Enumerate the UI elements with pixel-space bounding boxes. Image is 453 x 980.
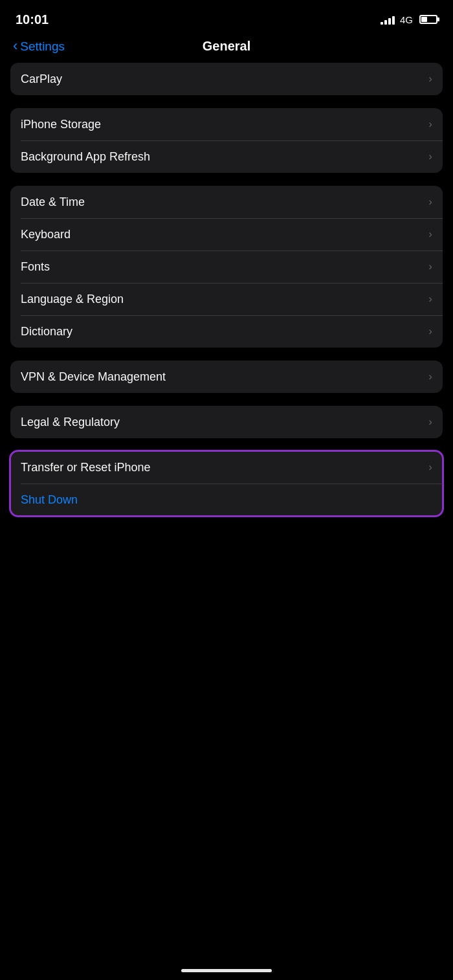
carplay-label: CarPlay <box>21 72 62 86</box>
signal-bars-icon <box>381 14 395 25</box>
vpn-group: VPN & Device Management › <box>10 361 443 393</box>
background-app-refresh-chevron-icon: › <box>428 150 432 163</box>
background-app-refresh-label: Background App Refresh <box>21 150 150 164</box>
vpn-label: VPN & Device Management <box>21 370 166 384</box>
keyboard-label: Keyboard <box>21 228 71 241</box>
status-time: 10:01 <box>16 12 49 27</box>
fonts-label: Fonts <box>21 260 50 274</box>
background-app-refresh-row[interactable]: Background App Refresh › <box>10 140 443 173</box>
status-bar: 10:01 4G <box>0 0 453 35</box>
legal-chevron-icon: › <box>428 416 432 429</box>
language-region-row[interactable]: Language & Region › <box>10 283 443 315</box>
iphone-storage-chevron-icon: › <box>428 118 432 131</box>
reset-group: Transfer or Reset iPhone › Shut Down <box>10 451 443 516</box>
keyboard-chevron-icon: › <box>428 228 432 241</box>
dictionary-chevron-icon: › <box>428 325 432 338</box>
battery-icon <box>419 15 437 24</box>
page-title: General <box>203 39 250 54</box>
network-type: 4G <box>400 14 413 25</box>
transfer-reset-chevron-icon: › <box>428 461 432 474</box>
carplay-chevron-icon: › <box>428 72 432 85</box>
settings-content: CarPlay › iPhone Storage › Background Ap… <box>0 63 453 516</box>
carplay-group: CarPlay › <box>10 63 443 95</box>
vpn-row[interactable]: VPN & Device Management › <box>10 361 443 393</box>
vpn-chevron-icon: › <box>428 370 432 383</box>
nav-bar: ‹ Settings General <box>0 35 453 63</box>
home-indicator <box>181 969 272 972</box>
legal-group: Legal & Regulatory › <box>10 406 443 438</box>
status-icons: 4G <box>381 14 437 25</box>
date-time-label: Date & Time <box>21 195 85 209</box>
back-button[interactable]: ‹ Settings <box>13 39 65 54</box>
back-label: Settings <box>20 39 65 54</box>
iphone-storage-label: iPhone Storage <box>21 118 101 131</box>
storage-group: iPhone Storage › Background App Refresh … <box>10 108 443 173</box>
language-region-label: Language & Region <box>21 293 124 306</box>
language-region-chevron-icon: › <box>428 293 432 306</box>
datetime-group: Date & Time › Keyboard › Fonts › Languag… <box>10 186 443 348</box>
fonts-chevron-icon: › <box>428 260 432 273</box>
carplay-row[interactable]: CarPlay › <box>10 63 443 95</box>
date-time-row[interactable]: Date & Time › <box>10 186 443 218</box>
iphone-storage-row[interactable]: iPhone Storage › <box>10 108 443 140</box>
legal-row[interactable]: Legal & Regulatory › <box>10 406 443 438</box>
transfer-reset-row[interactable]: Transfer or Reset iPhone › <box>10 451 443 484</box>
fonts-row[interactable]: Fonts › <box>10 251 443 283</box>
dictionary-row[interactable]: Dictionary › <box>10 315 443 348</box>
date-time-chevron-icon: › <box>428 195 432 208</box>
dictionary-label: Dictionary <box>21 325 72 339</box>
keyboard-row[interactable]: Keyboard › <box>10 218 443 251</box>
transfer-reset-label: Transfer or Reset iPhone <box>21 461 150 474</box>
shut-down-row[interactable]: Shut Down <box>10 484 443 516</box>
shut-down-label: Shut Down <box>21 493 78 507</box>
legal-label: Legal & Regulatory <box>21 416 120 429</box>
back-chevron-icon: ‹ <box>13 39 17 53</box>
